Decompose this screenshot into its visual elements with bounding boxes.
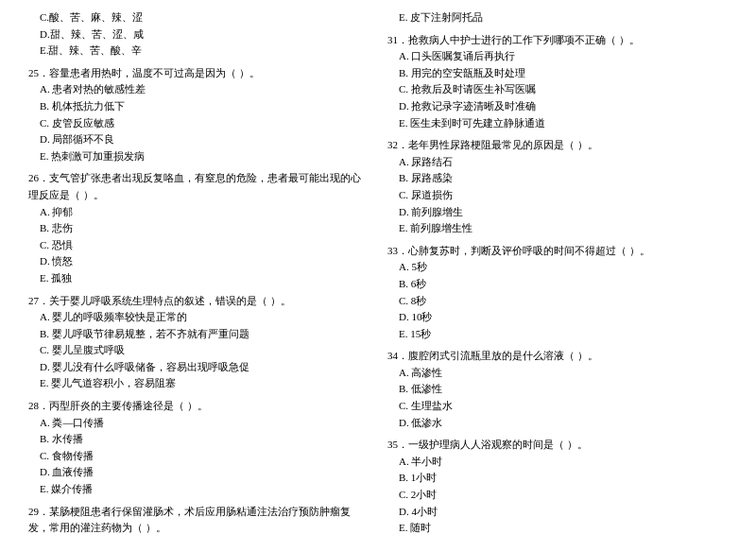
left-column: C.酸、苦、麻、辣、涩 D.甜、辣、苦、涩、咸 E.甜、辣、苦、酸、辛 25．容… bbox=[28, 9, 369, 534]
question-27: 27．关于婴儿呼吸系统生理特点的叙述，错误的是（ ）。 A. 婴儿的呼吸频率较快… bbox=[28, 293, 369, 393]
q35-opt-e: E. 随时 bbox=[387, 520, 728, 534]
question-33: 33．心肺复苏时，判断及评价呼吸的时间不得超过（ ）。 A. 5秒 B. 6秒 … bbox=[387, 243, 728, 343]
q33-opt-a: A. 5秒 bbox=[387, 259, 728, 276]
question-35-text: 35．一级护理病人人浴观察的时间是（ ）。 bbox=[387, 437, 728, 454]
q31-opt-b: B. 用完的空安瓿瓶及时处理 bbox=[387, 65, 728, 82]
q26-opt-a: A. 抑郁 bbox=[28, 204, 369, 221]
question-25-text: 25．容量患者用热时，温度不可过高是因为（ ）。 bbox=[28, 65, 369, 82]
q31-opt-a: A. 口头医嘱复诵后再执行 bbox=[387, 48, 728, 65]
option-e: E.甜、辣、苦、酸、辛 bbox=[28, 43, 369, 60]
q35-opt-d: D. 4小时 bbox=[387, 504, 728, 521]
q28-opt-d: D. 血液传播 bbox=[28, 464, 369, 481]
question-continuation: C.酸、苦、麻、辣、涩 D.甜、辣、苦、涩、咸 E.甜、辣、苦、酸、辛 bbox=[28, 9, 369, 60]
q27-opt-a: A. 婴儿的呼吸频率较快是正常的 bbox=[28, 309, 369, 326]
question-27-text: 27．关于婴儿呼吸系统生理特点的叙述，错误的是（ ）。 bbox=[28, 293, 369, 310]
q32-opt-b: B. 尿路感染 bbox=[387, 170, 728, 187]
question-31-text: 31．抢救病人中护士进行的工作下列哪项不正确（ ）。 bbox=[387, 32, 728, 49]
question-29: 29．某肠梗阻患者行保留灌肠术，术后应用肠粘通注法治疗预防肿瘤复发，常用的灌注药… bbox=[28, 504, 369, 534]
q26-opt-b: B. 悲伤 bbox=[28, 220, 369, 237]
q26-opt-d: D. 愤怒 bbox=[28, 253, 369, 270]
q34-opt-a: A. 高渗性 bbox=[387, 365, 728, 382]
q30-opt-e: E. 皮下注射阿托品 bbox=[387, 9, 728, 26]
q32-opt-e: E. 前列腺增生性 bbox=[387, 220, 728, 237]
q28-opt-e: E. 媒介传播 bbox=[28, 481, 369, 498]
q25-opt-b: B. 机体抵抗力低下 bbox=[28, 98, 369, 115]
question-33-text: 33．心肺复苏时，判断及评价呼吸的时间不得超过（ ）。 bbox=[387, 243, 728, 260]
right-column: E. 皮下注射阿托品 31．抢救病人中护士进行的工作下列哪项不正确（ ）。 A.… bbox=[387, 9, 728, 534]
q27-opt-c: C. 婴儿呈腹式呼吸 bbox=[28, 342, 369, 359]
q33-opt-e: E. 15秒 bbox=[387, 326, 728, 343]
q35-opt-a: A. 半小时 bbox=[387, 454, 728, 471]
q25-opt-d: D. 局部循环不良 bbox=[28, 131, 369, 148]
q33-opt-c: C. 8秒 bbox=[387, 293, 728, 310]
q35-opt-b: B. 1小时 bbox=[387, 470, 728, 487]
q26-opt-e: E. 孤独 bbox=[28, 270, 369, 287]
question-32: 32．老年男性尿路梗阻最常见的原因是（ ）。 A. 尿路结石 B. 尿路感染 C… bbox=[387, 137, 728, 237]
question-26-text: 26．支气管扩张患者出现反复咯血，有窒息的危险，患者最可能出现的心理反应是（ ）… bbox=[28, 170, 369, 203]
question-25: 25．容量患者用热时，温度不可过高是因为（ ）。 A. 患者对热的敏感性差 B.… bbox=[28, 65, 369, 165]
page: C.酸、苦、麻、辣、涩 D.甜、辣、苦、涩、咸 E.甜、辣、苦、酸、辛 25．容… bbox=[28, 9, 728, 534]
question-31: 31．抢救病人中护士进行的工作下列哪项不正确（ ）。 A. 口头医嘱复诵后再执行… bbox=[387, 32, 728, 132]
q31-opt-e: E. 医生未到时可先建立静脉通道 bbox=[387, 115, 728, 132]
q35-opt-c: C. 2小时 bbox=[387, 487, 728, 504]
q25-opt-e: E. 热刺激可加重损发病 bbox=[28, 148, 369, 165]
question-34: 34．腹腔闭式引流瓶里放的是什么溶液（ ）。 A. 高渗性 B. 低渗性 C. … bbox=[387, 348, 728, 431]
q28-opt-a: A. 粪—口传播 bbox=[28, 415, 369, 432]
q32-opt-a: A. 尿路结石 bbox=[387, 154, 728, 171]
q27-opt-b: B. 婴儿呼吸节律易规整，若不齐就有严重问题 bbox=[28, 326, 369, 343]
q27-opt-d: D. 婴儿没有什么呼吸储备，容易出现呼吸急促 bbox=[28, 359, 369, 376]
q34-opt-d: D. 低渗水 bbox=[387, 415, 728, 432]
q27-opt-e: E. 婴儿气道容积小，容易阻塞 bbox=[28, 375, 369, 392]
question-32-text: 32．老年男性尿路梗阻最常见的原因是（ ）。 bbox=[387, 137, 728, 154]
option-d: D.甜、辣、苦、涩、咸 bbox=[28, 26, 369, 43]
question-29-text: 29．某肠梗阻患者行保留灌肠术，术后应用肠粘通注法治疗预防肿瘤复发，常用的灌注药… bbox=[28, 504, 369, 534]
q33-opt-d: D. 10秒 bbox=[387, 309, 728, 326]
q25-opt-a: A. 患者对热的敏感性差 bbox=[28, 81, 369, 98]
q33-opt-b: B. 6秒 bbox=[387, 276, 728, 293]
q31-opt-c: C. 抢救后及时请医生补写医嘱 bbox=[387, 81, 728, 98]
q26-opt-c: C. 恐惧 bbox=[28, 237, 369, 254]
q34-opt-c: C. 生理盐水 bbox=[387, 398, 728, 415]
question-28: 28．丙型肝炎的主要传播途径是（ ）。 A. 粪—口传播 B. 水传播 C. 食… bbox=[28, 398, 369, 498]
content-columns: C.酸、苦、麻、辣、涩 D.甜、辣、苦、涩、咸 E.甜、辣、苦、酸、辛 25．容… bbox=[28, 9, 728, 534]
q32-opt-c: C. 尿道损伤 bbox=[387, 187, 728, 204]
question-30-e-cont: E. 皮下注射阿托品 bbox=[387, 9, 728, 26]
question-28-text: 28．丙型肝炎的主要传播途径是（ ）。 bbox=[28, 398, 369, 415]
question-34-text: 34．腹腔闭式引流瓶里放的是什么溶液（ ）。 bbox=[387, 348, 728, 365]
question-35: 35．一级护理病人人浴观察的时间是（ ）。 A. 半小时 B. 1小时 C. 2… bbox=[387, 437, 728, 534]
q28-opt-c: C. 食物传播 bbox=[28, 448, 369, 465]
q28-opt-b: B. 水传播 bbox=[28, 431, 369, 448]
question-26: 26．支气管扩张患者出现反复咯血，有窒息的危险，患者最可能出现的心理反应是（ ）… bbox=[28, 170, 369, 286]
q25-opt-c: C. 皮管反应敏感 bbox=[28, 115, 369, 132]
q32-opt-d: D. 前列腺增生 bbox=[387, 204, 728, 221]
option-c: C.酸、苦、麻、辣、涩 bbox=[28, 9, 369, 26]
q34-opt-b: B. 低渗性 bbox=[387, 381, 728, 398]
q31-opt-d: D. 抢救记录字迹清晰及时准确 bbox=[387, 98, 728, 115]
